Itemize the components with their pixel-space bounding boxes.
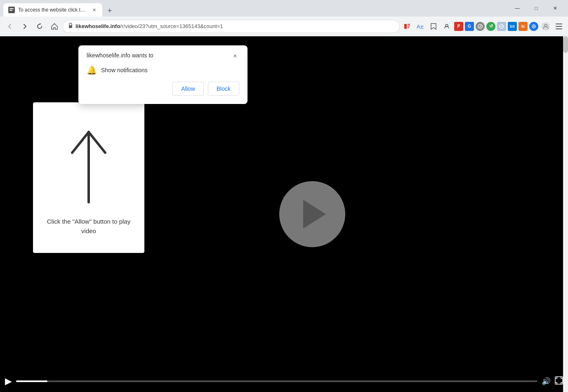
svg-line-21: [72, 132, 89, 153]
video-progress-bar[interactable]: [16, 380, 537, 382]
home-button[interactable]: [48, 20, 61, 33]
video-progress-fill: [16, 380, 47, 382]
refresh-button[interactable]: [33, 20, 46, 33]
scrollbar-thumb[interactable]: [563, 36, 568, 53]
extension-icon-3[interactable]: [476, 22, 485, 31]
tab-bar: To access the website click the "A ✕ +: [3, 0, 506, 17]
popup-header: likewhoselife.info wants to ×: [87, 52, 239, 60]
arrow-up-icon: [64, 120, 113, 210]
nav-bar: likewhoselife.info/r/video/23?utm_source…: [0, 17, 568, 36]
video-play-button[interactable]: ▶: [5, 376, 12, 387]
svg-rect-4: [404, 24, 407, 29]
active-tab[interactable]: To access the website click the "A ✕: [3, 3, 102, 17]
window-controls: — □ ✕: [508, 0, 565, 15]
block-button[interactable]: Block: [208, 82, 239, 96]
profile-avatar[interactable]: [540, 21, 552, 32]
url-text: likewhoselife.info/r/video/23?utm_source…: [75, 23, 394, 29]
url-path: /r/video/23?utm_source=1365143&count=1: [120, 23, 223, 29]
translate-icon[interactable]: A文: [415, 21, 426, 32]
allow-button[interactable]: Allow: [172, 82, 203, 96]
svg-rect-17: [556, 24, 562, 24]
svg-rect-7: [408, 27, 409, 28]
extension-icon-8[interactable]: [529, 22, 538, 31]
maximize-button[interactable]: □: [527, 2, 546, 15]
svg-rect-2: [9, 10, 12, 11]
extension-icon-7[interactable]: bi: [519, 22, 528, 31]
svg-rect-6: [408, 26, 410, 26]
play-triangle-icon: [303, 200, 326, 229]
svg-rect-23: [555, 377, 563, 384]
scrollbar[interactable]: [563, 36, 568, 392]
popup-close-button[interactable]: ×: [231, 52, 239, 60]
title-bar: To access the website click the "A ✕ + —…: [0, 0, 568, 17]
extension-icon-5[interactable]: [497, 22, 506, 31]
svg-rect-18: [556, 26, 562, 27]
new-tab-button[interactable]: +: [104, 5, 115, 17]
svg-point-14: [533, 26, 535, 27]
notification-popup: likewhoselife.info wants to × 🔔 Show not…: [78, 45, 247, 104]
profile-icon[interactable]: [441, 21, 453, 32]
notification-row: 🔔 Show notifications: [87, 65, 239, 75]
extension-icon-1[interactable]: P: [454, 22, 463, 31]
browser-window: To access the website click the "A ✕ + —…: [0, 0, 568, 392]
instruction-text: Click the "Allow" button to play video: [41, 217, 136, 236]
minimize-button[interactable]: —: [508, 2, 527, 15]
toolbar-icons: A文 P G ↺ bS bi: [401, 21, 565, 32]
tab-title: To access the website click the "A: [18, 7, 87, 13]
window-close-button[interactable]: ✕: [546, 2, 565, 15]
svg-line-22: [89, 132, 105, 153]
instruction-card: Click the "Allow" button to play video: [33, 102, 144, 253]
tab-favicon: [8, 7, 15, 13]
forward-button[interactable]: [18, 20, 31, 33]
extension-icon-2[interactable]: G: [465, 22, 474, 31]
svg-rect-3: [69, 25, 72, 28]
chrome-menu-button[interactable]: [553, 21, 565, 32]
popup-title: likewhoselife.info wants to: [87, 52, 153, 59]
svg-text:文: 文: [420, 25, 424, 29]
svg-rect-5: [408, 24, 410, 25]
svg-rect-1: [9, 8, 14, 9]
video-fullscreen-button[interactable]: [555, 376, 563, 386]
video-volume-button[interactable]: 🔊: [542, 377, 551, 386]
notification-text: Show notifications: [101, 67, 148, 73]
back-button[interactable]: [3, 20, 16, 33]
address-bar[interactable]: likewhoselife.info/r/video/23?utm_source…: [63, 20, 400, 33]
extension-icon-6[interactable]: bS: [508, 22, 517, 31]
svg-rect-19: [556, 28, 562, 29]
extension-icon-4[interactable]: ↺: [486, 22, 495, 31]
popup-buttons: Allow Block: [87, 82, 239, 96]
reader-mode-icon[interactable]: [401, 21, 413, 32]
video-controls: ▶ 🔊: [0, 371, 568, 392]
url-domain: likewhoselife.info: [75, 23, 120, 29]
lock-icon: [68, 23, 73, 30]
bookmark-icon[interactable]: [428, 21, 439, 32]
play-button[interactable]: [279, 181, 345, 247]
bell-icon: 🔔: [87, 65, 97, 75]
tab-close-button[interactable]: ✕: [91, 7, 97, 13]
